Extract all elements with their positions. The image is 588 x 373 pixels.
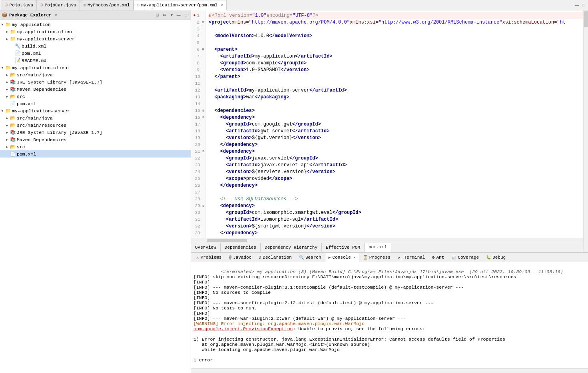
console-tab-javadoc[interactable]: @ Javadoc [225, 253, 255, 262]
tree-toggle-maven-server[interactable]: ▶ [5, 137, 10, 142]
app-root: J Pojo.java J PojoCar.java ⊞ MyPhotos/po… [0, 0, 588, 373]
tree-toggle-src[interactable]: ▶ [5, 72, 10, 77]
console-line-4: [INFO] No sources to compile [193, 290, 271, 295]
tree-item-app-server-sub[interactable]: ▶ 📁 my-application-server [0, 35, 191, 42]
console-tab-terminal[interactable]: >_ Terminal [394, 253, 429, 262]
console-tab-search[interactable]: 🔍 Search [295, 253, 325, 262]
tree-toggle-src-client[interactable]: ▶ [5, 94, 10, 99]
tree-item-pom-root[interactable]: 📄 pom.xml [0, 50, 191, 57]
view-menu-button[interactable]: ▾ [168, 12, 175, 18]
tree-item-pom-client[interactable]: 📄 pom.xml [0, 100, 191, 107]
collapse-all-button[interactable]: ⊟ [154, 12, 160, 18]
fold-marker-2[interactable]: ⊟ [201, 19, 205, 26]
tab-dep-hierarchy[interactable]: Dependency Hierarchy [261, 243, 322, 252]
tab-pom-xml[interactable]: pom.xml [365, 243, 391, 252]
src-folder-icon-3: 📂 [10, 122, 16, 128]
java-icon-2: J [40, 3, 43, 8]
pom-icon-server: 📄 [10, 151, 16, 157]
tree-toggle-server[interactable]: ▼ [0, 108, 5, 113]
tree-item-maven-deps-client[interactable]: ▶ 📚 Maven Dependencies [0, 86, 191, 93]
close-tab-button[interactable]: ✕ [221, 3, 223, 8]
tree-item-jre-client[interactable]: ▶ 📚 JRE System Library [JavaSE-1.7] [0, 78, 191, 86]
console-tab-progress[interactable]: ⏳ Progress [359, 253, 394, 262]
tree-item-src-client[interactable]: ▶ 📂 src [0, 93, 191, 100]
link-with-editor-button[interactable]: ⇔ [161, 12, 167, 18]
console-tab-coverage[interactable]: 📊 Coverage [448, 253, 482, 262]
tree-toggle-src-srv[interactable]: ▶ [5, 144, 10, 149]
tree-label-2: my-application-client [17, 29, 75, 34]
tree-toggle-src-server[interactable]: ▶ [5, 116, 10, 120]
console-line-15: while locating org.apache.maven.plugin.w… [193, 347, 340, 352]
tree-item-src-server[interactable]: ▶ 📂 src [0, 143, 191, 150]
tree-item-src-main-resources[interactable]: ▶ 📂 src/main/resources [0, 122, 191, 129]
package-tree: ▼ 📁 my-application ▶ 📁 my-application-cl… [0, 20, 191, 373]
src-folder-icon-2: 📂 [10, 115, 16, 121]
console-label: Console [333, 255, 351, 260]
tree-label-16: JRE System Library [JavaSE-1.7] [17, 130, 102, 135]
console-line-8: [INFO] [193, 311, 210, 316]
tree-toggle-resources[interactable]: ▶ [5, 123, 10, 128]
code-line-3 [209, 26, 585, 32]
tree-item-readme[interactable]: 📝 README.md [0, 57, 191, 64]
library-icon-2: 📚 [10, 129, 16, 136]
console-tab-ant[interactable]: ⚙ Ant [429, 253, 448, 262]
coverage-icon: 📊 [451, 255, 456, 260]
tree-item-jre-server[interactable]: ▶ 📚 JRE System Library [JavaSE-1.7] [0, 129, 191, 136]
console-line-17: 1 error [193, 357, 213, 363]
code-line-7: <artifactId>my-application</artifactId> [209, 53, 585, 60]
provision-exception-link[interactable]: com.google.inject.ProvisionException [193, 326, 293, 331]
tab-effective-pom[interactable]: Effective POM [322, 243, 365, 252]
tree-toggle-client[interactable]: ▼ [0, 65, 5, 70]
close-panel-btn[interactable]: ✕ [55, 13, 57, 18]
code-text-area[interactable]: ⊗ <?xml version="1.0" encoding="UTF-8"?>… [205, 10, 588, 238]
console-hscrollbar[interactable] [191, 368, 588, 373]
tree-item-my-application[interactable]: ▼ 📁 my-application [0, 21, 191, 28]
tree-toggle-jre-server[interactable]: ▶ [5, 130, 10, 135]
tree-item-my-app-server[interactable]: ▼ 📁 my-application-server [0, 107, 191, 114]
tree-toggle-app-server-sub[interactable]: ▶ [5, 36, 10, 41]
code-line-23: <artifactId>javax.servlet-api</artifactI… [209, 162, 585, 168]
tree-item-src-main-java-server[interactable]: ▶ 📂 src/main/java [0, 114, 191, 122]
tab-dependencies-label: Dependencies [225, 245, 256, 250]
tab-dependencies[interactable]: Dependencies [221, 243, 261, 252]
editor-hscrollbar[interactable] [191, 238, 588, 243]
code-line-1: ⊗ <?xml version="1.0" encoding="UTF-8"?> [209, 12, 585, 19]
console-tab-debug[interactable]: 🐛 Debug [482, 253, 509, 262]
code-line-17: <groupId>com.google.gwt</groupId> [209, 121, 585, 128]
close-console-button[interactable]: ✕ [353, 255, 356, 260]
tree-toggle-my-application[interactable]: ▼ [0, 22, 5, 27]
editor-scrollbar[interactable] [583, 10, 588, 238]
maven-icon-2: 📚 [10, 136, 16, 143]
code-line-9: <version>1.0-SNAPSHOT</version> [209, 66, 585, 73]
tree-item-maven-deps-server[interactable]: ▶ 📚 Maven Dependencies [0, 136, 191, 143]
tree-item-build-xml[interactable]: 🔧 build.xml [0, 42, 191, 50]
minimize-editor-button[interactable]: — [574, 2, 580, 8]
console-line-9: [INFO] --- maven-war-plugin:2.2:war (def… [193, 316, 406, 321]
console-tab-console[interactable]: ▶ Console ✕ [325, 253, 359, 262]
tree-item-my-app-client[interactable]: ▼ 📁 my-application-client [0, 64, 191, 71]
package-explorer-panel: 📦 Package Explorer ✕ ⊟ ⇔ ▾ — □ ▼ 📁 [0, 10, 191, 373]
minimize-panel-button[interactable]: — [175, 12, 182, 18]
tree-toggle-app-client-sub[interactable]: ▶ [5, 29, 10, 34]
tab-myphotos[interactable]: ⊞ MyPhotos/pom.xml [80, 0, 134, 10]
code-line-20: </dependency> [209, 141, 585, 148]
line-num-2: 2 ⊟ [191, 19, 205, 26]
tree-item-src-main-java[interactable]: ▶ 📂 src/main/java [0, 71, 191, 78]
console-tab-problems[interactable]: ⚠ Problems [193, 253, 225, 262]
tree-label-8: src/main/java [17, 72, 53, 78]
tree-toggle-maven-client[interactable]: ▶ [5, 87, 10, 92]
tab-pojocar[interactable]: J PojoCar.java [37, 0, 80, 10]
tree-item-app-client-sub[interactable]: ▶ 📁 my-application-client [0, 28, 191, 35]
console-tab-declaration[interactable]: D Declaration [255, 253, 295, 262]
maximize-editor-button[interactable]: □ [580, 2, 586, 8]
maximize-panel-button[interactable]: □ [183, 12, 189, 18]
code-line-26: </dependency> [209, 182, 585, 189]
tab-overview-label: Overview [195, 245, 216, 250]
tree-toggle-jre[interactable]: ▶ [5, 80, 10, 84]
tree-item-pom-server[interactable]: 📄 pom.xml [0, 150, 191, 158]
tab-pojo[interactable]: J Pojo.java [2, 0, 37, 10]
tab-overview[interactable]: Overview [191, 243, 221, 252]
code-editor[interactable]: ● 1 2 ⊟ 3 4 5 6⊟ 7 [191, 10, 588, 238]
tab-myapp-pom[interactable]: ⊞ my-application-server/pom.xml ✕ [134, 0, 227, 10]
main-layout: 📦 Package Explorer ✕ ⊟ ⇔ ▾ — □ ▼ 📁 [0, 10, 588, 373]
